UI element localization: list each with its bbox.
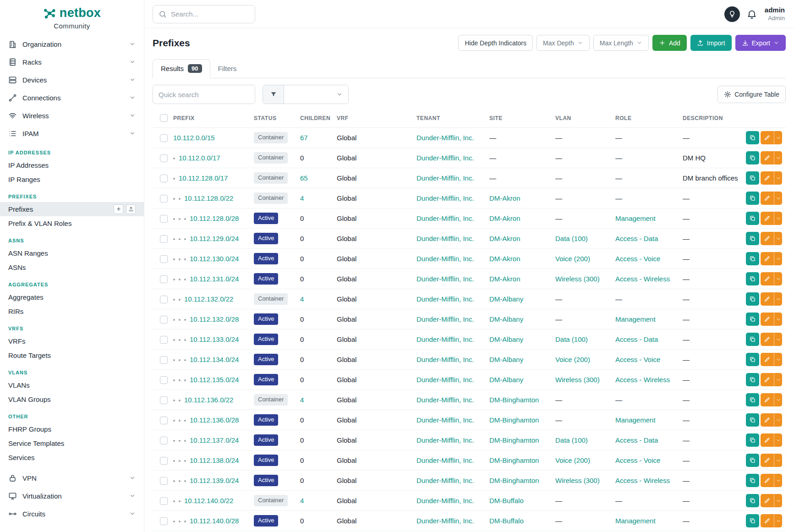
tenant-link[interactable]: Dunder-Mifflin, Inc. (416, 275, 474, 283)
edit-button[interactable] (761, 373, 774, 386)
prefix-link[interactable]: 10.112.131.0/24 (190, 275, 239, 283)
prefix-link[interactable]: 10.112.135.0/24 (190, 376, 239, 384)
edit-dropdown-toggle[interactable] (774, 474, 782, 487)
vlan-link[interactable]: Wireless (300) (555, 275, 600, 283)
site-link[interactable]: DM-Buffalo (489, 517, 524, 525)
site-link[interactable]: DM-Albany (489, 335, 523, 343)
sidebar-item-wireless[interactable]: Wireless (0, 107, 144, 125)
site-link[interactable]: DM-Albany (489, 315, 523, 323)
row-checkbox[interactable] (160, 316, 168, 324)
edit-dropdown-toggle[interactable] (774, 333, 782, 346)
tenant-link[interactable]: Dunder-Mifflin, Inc. (416, 376, 474, 384)
copy-button[interactable] (746, 232, 759, 245)
brand[interactable]: netbox Community (0, 0, 144, 30)
edit-dropdown-toggle[interactable] (774, 393, 782, 406)
tenant-link[interactable]: Dunder-Mifflin, Inc. (416, 456, 474, 464)
row-checkbox[interactable] (160, 517, 168, 525)
edit-button[interactable] (761, 393, 774, 406)
tab-results[interactable]: Results 90 (153, 59, 210, 78)
site-link[interactable]: DM-Binghamton (489, 456, 539, 464)
row-checkbox[interactable] (160, 417, 168, 424)
vlan-link[interactable]: Data (100) (555, 436, 588, 444)
edit-button[interactable] (761, 272, 774, 285)
sidebar-item-vlans[interactable]: VLANs (0, 378, 144, 392)
role-link[interactable]: Management (615, 517, 656, 525)
tenant-link[interactable]: Dunder-Mifflin, Inc. (416, 174, 474, 182)
edit-button[interactable] (761, 171, 774, 185)
copy-button[interactable] (746, 353, 759, 366)
global-search-input[interactable] (171, 10, 249, 18)
site-link[interactable]: DM-Akron (489, 235, 520, 242)
prefix-link[interactable]: 10.112.139.0/24 (190, 477, 239, 484)
edit-dropdown-toggle[interactable] (774, 413, 782, 427)
row-checkbox[interactable] (160, 437, 168, 444)
site-link[interactable]: DM-Albany (489, 376, 523, 384)
sidebar-item-vpn[interactable]: VPN (0, 469, 144, 487)
sidebar-item-vlan-groups[interactable]: VLAN Groups (0, 392, 144, 406)
copy-button[interactable] (746, 272, 759, 285)
theme-toggle-button[interactable] (724, 6, 740, 22)
quick-search-input[interactable] (153, 85, 255, 104)
children-count-link[interactable]: 4 (300, 194, 304, 202)
prefix-link[interactable]: 10.112.137.0/24 (190, 436, 239, 444)
row-checkbox[interactable] (160, 457, 168, 465)
sidebar-item-prefix-vlan-roles[interactable]: Prefix & VLAN Roles (0, 216, 144, 230)
select-all-checkbox[interactable] (160, 114, 168, 122)
add-button[interactable]: Add (652, 35, 687, 51)
tenant-link[interactable]: Dunder-Mifflin, Inc. (416, 335, 474, 343)
edit-dropdown-toggle[interactable] (774, 373, 782, 386)
vlan-link[interactable]: Wireless (300) (555, 376, 600, 384)
row-checkbox[interactable] (160, 195, 168, 203)
sidebar-item-asns[interactable]: ASNs (0, 260, 144, 274)
edit-button[interactable] (761, 413, 774, 427)
row-checkbox[interactable] (160, 175, 168, 182)
column-header-vrf[interactable]: VRF (337, 111, 416, 128)
role-link[interactable]: Access - Wireless (615, 477, 670, 484)
sidebar-item-asn-ranges[interactable]: ASN Ranges (0, 246, 144, 260)
edit-button[interactable] (761, 474, 774, 487)
tab-filters[interactable]: Filters (210, 59, 245, 78)
prefix-link[interactable]: 10.112.138.0/24 (190, 456, 239, 464)
edit-dropdown-toggle[interactable] (774, 494, 782, 507)
vlan-link[interactable]: Voice (200) (555, 255, 590, 263)
copy-button[interactable] (746, 333, 759, 346)
vlan-link[interactable]: Voice (200) (555, 456, 590, 464)
copy-button[interactable] (746, 252, 759, 265)
tenant-link[interactable]: Dunder-Mifflin, Inc. (416, 497, 474, 505)
sidebar-item-circuits[interactable]: Circuits (0, 505, 144, 523)
column-header-children[interactable]: Children (300, 111, 337, 128)
tenant-link[interactable]: Dunder-Mifflin, Inc. (416, 214, 474, 222)
copy-button[interactable] (746, 454, 759, 467)
column-header-prefix[interactable]: Prefix (173, 111, 254, 128)
edit-button[interactable] (761, 131, 774, 144)
tenant-link[interactable]: Dunder-Mifflin, Inc. (416, 356, 474, 363)
site-link[interactable]: DM-Binghamton (489, 477, 539, 484)
vlan-link[interactable]: Wireless (300) (555, 477, 600, 484)
sidebar-add-prefix-button[interactable] (114, 204, 123, 214)
edit-dropdown-toggle[interactable] (774, 192, 782, 205)
role-link[interactable]: Management (615, 315, 656, 323)
edit-dropdown-toggle[interactable] (774, 272, 782, 285)
filter-button[interactable] (263, 85, 284, 104)
edit-button[interactable] (761, 333, 774, 346)
site-link[interactable]: DM-Albany (489, 295, 523, 303)
prefix-link[interactable]: 10.112.134.0/24 (190, 356, 239, 363)
edit-button[interactable] (761, 514, 774, 527)
children-count-link[interactable]: 4 (300, 497, 304, 505)
row-checkbox[interactable] (160, 497, 168, 505)
row-checkbox[interactable] (160, 477, 168, 485)
role-link[interactable]: Access - Data (615, 335, 658, 343)
edit-button[interactable] (761, 313, 774, 326)
tenant-link[interactable]: Dunder-Mifflin, Inc. (416, 396, 474, 404)
row-checkbox[interactable] (160, 376, 168, 384)
notifications-button[interactable] (747, 9, 757, 19)
edit-dropdown-toggle[interactable] (774, 514, 782, 527)
prefix-link[interactable]: 10.112.0.0/15 (173, 134, 215, 142)
copy-button[interactable] (746, 373, 759, 386)
prefix-link[interactable]: 10.112.128.0/17 (179, 174, 228, 182)
edit-dropdown-toggle[interactable] (774, 151, 782, 165)
sidebar-item-services[interactable]: Services (0, 450, 144, 465)
prefix-link[interactable]: 10.112.133.0/24 (190, 335, 239, 343)
edit-dropdown-toggle[interactable] (774, 313, 782, 326)
edit-dropdown-toggle[interactable] (774, 454, 782, 467)
